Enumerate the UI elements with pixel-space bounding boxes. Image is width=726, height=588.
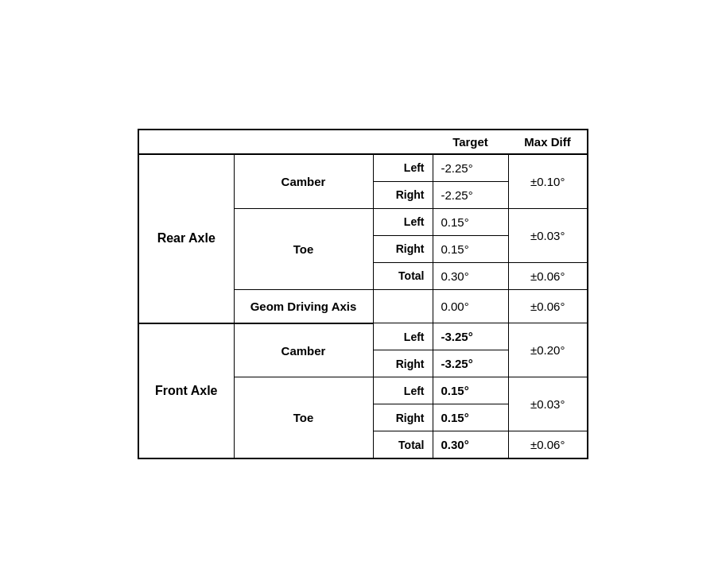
side-cell: Right (373, 181, 433, 208)
side-cell: Left (373, 377, 433, 404)
meas-cell-0-0: Camber (234, 154, 373, 209)
axle-cell-0: Rear Axle (138, 154, 234, 323)
maxdiff-cell: ±0.03° (508, 377, 588, 431)
side-cell (373, 289, 433, 323)
axle-cell-1: Front Axle (138, 323, 234, 459)
meas-cell-1-0: Camber (234, 323, 373, 377)
header-row: Target Max Diff (138, 130, 588, 154)
alignment-table: Target Max Diff Rear AxleCamberLeft-2.25… (138, 129, 588, 460)
target-cell: 0.15° (433, 377, 508, 404)
target-cell: -3.25° (433, 350, 508, 377)
meas-cell-0-1: Toe (234, 208, 373, 289)
meas-cell-0-2: Geom Driving Axis (234, 289, 373, 323)
side-cell: Right (373, 235, 433, 262)
target-cell: 0.15° (433, 404, 508, 431)
maxdiff-cell: ±0.03° (508, 208, 588, 262)
maxdiff-cell: ±0.06° (508, 262, 588, 289)
target-cell: -3.25° (433, 323, 508, 350)
header-maxdiff: Max Diff (508, 130, 588, 154)
side-cell: Left (373, 323, 433, 350)
target-cell: 0.30° (433, 262, 508, 289)
side-cell: Left (373, 154, 433, 182)
side-cell: Left (373, 208, 433, 235)
maxdiff-cell: ±0.20° (508, 323, 588, 377)
side-cell: Right (373, 404, 433, 431)
header-target: Target (433, 130, 508, 154)
maxdiff-cell: ±0.06° (508, 289, 588, 323)
table-container: Target Max Diff Rear AxleCamberLeft-2.25… (122, 113, 604, 476)
side-cell: Right (373, 350, 433, 377)
target-cell: -2.25° (433, 154, 508, 182)
table-row: Front AxleCamberLeft-3.25°±0.20° (138, 323, 588, 350)
target-cell: 0.00° (433, 289, 508, 323)
side-cell: Total (373, 431, 433, 459)
maxdiff-cell: ±0.10° (508, 154, 588, 209)
table-row: Rear AxleCamberLeft-2.25°±0.10° (138, 154, 588, 182)
target-cell: -2.25° (433, 181, 508, 208)
target-cell: 0.15° (433, 235, 508, 262)
side-cell: Total (373, 262, 433, 289)
header-empty-cols (138, 130, 433, 154)
target-cell: 0.15° (433, 208, 508, 235)
target-cell: 0.30° (433, 431, 508, 459)
meas-cell-1-1: Toe (234, 377, 373, 459)
maxdiff-cell: ±0.06° (508, 431, 588, 459)
